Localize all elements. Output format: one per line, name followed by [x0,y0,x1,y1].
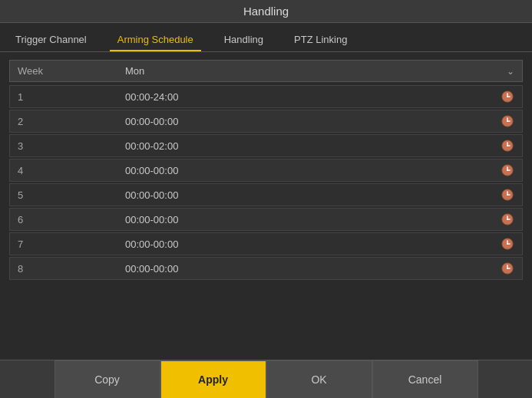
copy-button[interactable]: Copy [55,360,160,399]
clock-icon[interactable] [501,237,514,251]
svg-point-7 [507,120,508,122]
clock-icon[interactable] [501,163,514,177]
tab-bar: Trigger ChannelArming ScheduleHandlingPT… [0,23,532,52]
row-time: 00:00-00:00 [125,263,501,275]
schedule-row: 600:00-00:00 [9,208,523,231]
row-time: 00:00-02:00 [125,140,501,152]
svg-point-3 [507,96,508,97]
tab-trigger-channel[interactable]: Trigger Channel [8,29,94,51]
schedule-list: 100:00-24:00 200:00-00:00 300:00-02:00 4… [9,85,523,280]
ok-button[interactable]: OK [266,360,372,399]
clock-icon[interactable] [501,139,514,153]
clock-icon[interactable] [501,212,514,226]
title-bar: Handling [0,0,532,23]
tab-ptz-linking[interactable]: PTZ Linking [286,29,355,51]
row-time: 00:00-00:00 [125,238,501,250]
clock-icon[interactable] [501,114,514,128]
cancel-button[interactable]: Cancel [372,360,478,399]
schedule-row: 800:00-00:00 [9,257,523,280]
row-number: 4 [18,165,125,176]
schedule-row: 700:00-00:00 [9,232,523,255]
content-area: Week Mon ⌄ 100:00-24:00 200:00-00:00 300… [0,52,532,336]
clock-icon[interactable] [501,261,514,275]
svg-point-23 [507,219,508,220]
svg-point-27 [507,243,508,245]
row-number: 7 [18,238,125,250]
dialog-title: Handling [243,5,289,18]
row-number: 3 [18,140,125,152]
schedule-row: 300:00-02:00 [9,134,523,157]
svg-point-31 [507,268,508,269]
row-time: 00:00-00:00 [125,116,501,127]
svg-point-11 [507,145,508,146]
week-row[interactable]: Week Mon ⌄ [9,60,523,82]
tab-handling[interactable]: Handling [216,29,271,51]
row-time: 00:00-24:00 [125,91,501,103]
week-label: Week [18,65,125,77]
apply-button[interactable]: Apply [160,360,266,399]
svg-point-15 [507,169,508,171]
row-time: 00:00-00:00 [125,165,501,176]
clock-icon[interactable] [501,90,514,104]
week-select-wrapper[interactable]: Mon ⌄ [125,65,514,77]
row-number: 8 [18,263,125,275]
tab-arming-schedule[interactable]: Arming Schedule [110,29,201,51]
week-value: Mon [125,65,144,77]
svg-point-19 [507,194,508,196]
clock-icon[interactable] [501,188,514,202]
row-number: 2 [18,116,125,127]
row-time: 00:00-00:00 [125,214,501,225]
row-time: 00:00-00:00 [125,189,501,201]
row-number: 5 [18,189,125,201]
chevron-down-icon: ⌄ [507,66,514,77]
schedule-row: 500:00-00:00 [9,183,523,206]
footer: Copy Apply OK Cancel [0,360,532,398]
schedule-row: 200:00-00:00 [9,110,523,133]
row-number: 6 [18,214,125,225]
row-number: 1 [18,91,125,103]
schedule-row: 400:00-00:00 [9,159,523,182]
schedule-row: 100:00-24:00 [9,85,523,108]
